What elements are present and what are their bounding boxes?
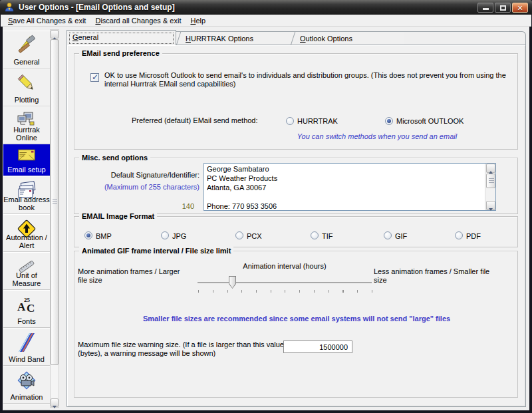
send-method-label: Preferred (default) EMail send method:	[132, 116, 258, 125]
sidebar-item-general[interactable]: General	[3, 31, 50, 69]
sidebar-item-unit-of-measure[interactable]: Unit of Measure	[3, 252, 50, 290]
sidebar-item-label: Hurrtrak Online	[3, 126, 50, 142]
tab-outlook-options[interactable]: Outlook Options	[291, 31, 404, 45]
method-outlook-label: Microsoft OUTLOOK	[396, 117, 464, 126]
group-title: Misc. send options	[79, 154, 150, 162]
group-title: Animated GIF frame interval / File size …	[79, 247, 233, 255]
tab-label: eneral	[78, 33, 99, 41]
use-outlook-checkbox-label: OK to use Microsoft Outlook to send emai…	[104, 71, 513, 88]
minimize-icon	[483, 8, 489, 10]
sidebar-item-automation-alert[interactable]: Automation / Alert	[3, 214, 50, 252]
sidebar-item-fonts[interactable]: A 25 C Fonts	[3, 290, 50, 328]
format-gif-radio[interactable]	[384, 231, 392, 239]
more-frames-label: More animation frames / Larger file size	[78, 267, 190, 285]
general-tab-panel: EMail send preference OK to use Microsof…	[66, 45, 526, 407]
svg-text:C: C	[27, 302, 35, 315]
format-jpg-label: JPG	[172, 232, 186, 241]
slider-thumb[interactable]	[229, 276, 236, 289]
file-size-recommendation: Smaller file sizes are recommended since…	[88, 315, 505, 323]
sidebar-item-label: General	[3, 58, 50, 66]
switch-methods-hint: You can switch methods when you send an …	[257, 132, 497, 141]
sidebar-item-label: Animation	[3, 393, 50, 401]
sidebar-item-hurrtrak-online[interactable]: Hurrtrak Online	[3, 106, 50, 144]
use-outlook-checkbox[interactable]	[90, 73, 99, 82]
sidebar-item-email-setup[interactable]: Email setup	[3, 144, 50, 176]
tab-label: utlook Options	[306, 35, 352, 43]
menu-help[interactable]: Help	[186, 16, 210, 25]
minimize-button[interactable]	[477, 3, 493, 13]
signature-scrollbar[interactable]	[485, 164, 495, 210]
tab-label: G	[72, 33, 78, 41]
signature-max-note: (Maximum of 255 characters)	[81, 183, 200, 192]
group-title: EMail send preference	[79, 49, 162, 57]
sidebar-item-plotting[interactable]: Plotting	[3, 69, 50, 106]
format-gif-label: GIF	[395, 232, 407, 241]
menubar: Save All Changes & exit Discard all Chan…	[1, 15, 531, 27]
tools-icon	[16, 35, 37, 56]
sidebar-scrollbar-thumb[interactable]	[51, 39, 59, 365]
method-outlook-radio[interactable]	[385, 117, 393, 125]
misc-send-options-group: Misc. send options Default Signature/Ide…	[74, 158, 518, 214]
slider-track[interactable]	[198, 282, 372, 283]
tab-label: H	[186, 35, 191, 43]
max-file-size-label: Maximum file size warning size. (If a fi…	[78, 341, 300, 358]
method-hurrtrak-label: HURRTRAK	[297, 117, 338, 126]
scroll-up-icon[interactable]	[51, 30, 59, 39]
format-pcx-label: PCX	[247, 232, 262, 241]
close-icon: ✕	[513, 3, 527, 12]
tab-label: URRTRAK Options	[191, 35, 253, 43]
sidebar-item-wind-band[interactable]: Wind Band	[3, 328, 50, 366]
signature-textarea[interactable]: George Sambataro PC Weather Products Atl…	[203, 163, 496, 211]
maximize-button[interactable]	[495, 3, 511, 13]
sidebar-item-email-address-book[interactable]: Email address book	[3, 176, 50, 214]
format-bmp-radio[interactable]	[84, 231, 92, 239]
sidebar-item-label: Email setup	[3, 166, 50, 174]
sidebar-scrollbar[interactable]	[50, 29, 59, 408]
scroll-down-icon[interactable]	[486, 201, 495, 210]
options-tab-control: General HURRTRAK Options Outlook Options…	[66, 30, 526, 407]
scroll-down-icon[interactable]	[51, 398, 59, 407]
sidebar-item-label: Wind Band	[3, 355, 50, 363]
slider-ticks	[198, 290, 372, 293]
window-title: User Options - [Email Options and setup]	[19, 3, 477, 12]
signature-char-count: 140	[141, 202, 194, 211]
movie-camera-icon	[16, 370, 37, 391]
sidebar-item-partial[interactable]	[3, 404, 50, 410]
tab-general[interactable]: General	[66, 30, 176, 45]
sidebar-item-label: Email address book	[3, 196, 50, 211]
animation-interval-slider[interactable]	[198, 273, 372, 295]
format-tif-radio[interactable]	[311, 231, 319, 239]
format-pdf-label: PDF	[466, 232, 481, 241]
email-image-format-group: EMAIL Image Format BMP JPG PCX TIF GIF P…	[74, 216, 518, 247]
sidebar-item-label: Automation / Alert	[3, 233, 50, 249]
menu-label: ave All Changes & exit	[13, 17, 86, 25]
less-frames-label: Less animation frames / Smaller file siz…	[374, 267, 492, 285]
user-options-window: User Options - [Email Options and setup]…	[0, 0, 532, 413]
group-title: EMAIL Image Format	[79, 212, 157, 220]
tab-bar: General HURRTRAK Options Outlook Options	[66, 30, 526, 45]
close-button[interactable]: ✕	[512, 3, 528, 13]
menu-label: elp	[196, 17, 205, 25]
signature-label: Default Signature/Identifier:	[88, 171, 200, 180]
signature-text[interactable]: George Sambataro PC Weather Products Atl…	[207, 164, 483, 210]
format-pdf-radio[interactable]	[455, 231, 463, 239]
max-file-size-input[interactable]	[283, 341, 352, 353]
menu-label: iscard all Changes & exit	[100, 17, 181, 25]
tab-label: O	[300, 35, 306, 43]
sidebar-item-animation[interactable]: Animation	[3, 366, 50, 404]
workspace: General Plotting	[3, 27, 529, 410]
sidebar: General Plotting	[3, 27, 60, 410]
gif-frame-interval-group: Animated GIF frame interval / File size …	[74, 251, 518, 398]
tab-bar-filler	[404, 31, 526, 45]
tab-hurrtrak-options[interactable]: HURRTRAK Options	[176, 31, 291, 45]
maximize-icon	[500, 5, 506, 11]
method-hurrtrak-radio[interactable]	[286, 117, 294, 125]
scroll-up-icon[interactable]	[486, 164, 495, 173]
format-pcx-radio[interactable]	[235, 231, 243, 239]
wind-band-icon	[16, 332, 37, 353]
titlebar: User Options - [Email Options and setup]…	[0, 0, 532, 15]
signature-scrollbar-thumb[interactable]	[486, 174, 495, 188]
menu-save-all-changes-exit[interactable]: Save All Changes & exit	[3, 16, 90, 25]
format-jpg-radio[interactable]	[161, 231, 169, 239]
menu-discard-all-changes-exit[interactable]: Discard all Changes & exit	[90, 16, 186, 25]
